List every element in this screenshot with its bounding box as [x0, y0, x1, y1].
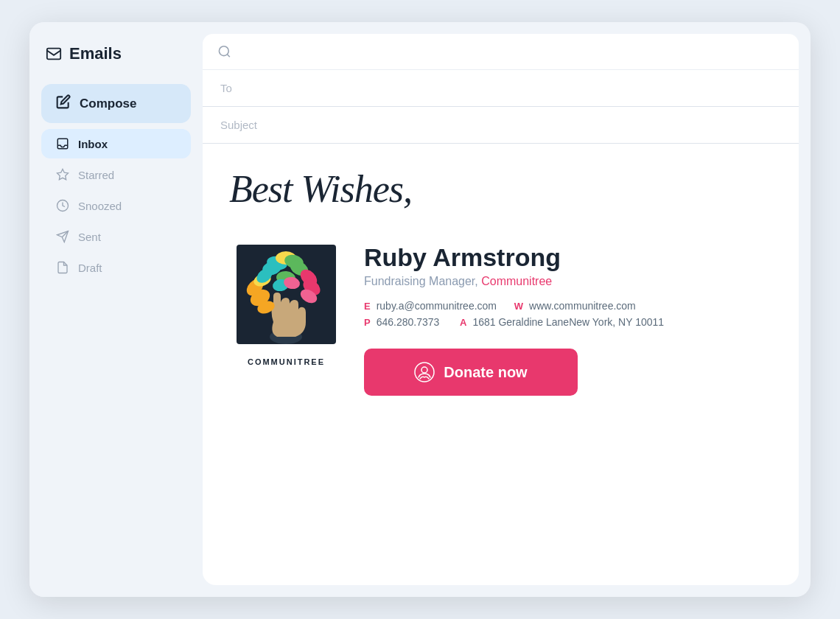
- sig-email-row: E ruby.a@communitree.com W www.communitr…: [364, 300, 664, 312]
- svg-marker-2: [57, 169, 69, 180]
- to-field-row: [203, 70, 799, 107]
- app-title: Emails: [69, 44, 122, 63]
- tree-svg: [229, 237, 343, 352]
- sidebar-item-sent[interactable]: Sent: [41, 222, 191, 251]
- donate-label: Donate now: [444, 364, 527, 381]
- send-icon: [56, 230, 69, 243]
- clock-icon: [56, 199, 69, 212]
- compose-label: Compose: [80, 97, 136, 111]
- email-label: E: [364, 301, 371, 312]
- inbox-label: Inbox: [78, 138, 108, 150]
- sig-brand: Communitree: [481, 275, 552, 287]
- greeting-text: Best Wishes,: [229, 167, 772, 211]
- sidebar-item-snoozed[interactable]: Snoozed: [41, 191, 191, 220]
- sig-email-value: ruby.a@communitree.com: [377, 300, 497, 312]
- sidebar-item-draft[interactable]: Draft: [41, 253, 191, 282]
- compose-button[interactable]: Compose: [41, 84, 191, 123]
- svg-point-27: [421, 367, 427, 373]
- svg-rect-0: [47, 49, 60, 60]
- svg-line-7: [227, 55, 229, 57]
- donate-button[interactable]: Donate now: [364, 349, 578, 396]
- svg-point-26: [415, 363, 434, 382]
- signature-info: Ruby Armstrong Fundraising Manager, Comm…: [364, 237, 664, 396]
- to-input[interactable]: [220, 82, 781, 94]
- search-bar: [203, 34, 799, 70]
- snoozed-label: Snoozed: [78, 200, 122, 212]
- pencil-icon: [56, 94, 71, 113]
- search-input[interactable]: [239, 46, 784, 58]
- sig-phone-value: 646.280.7373: [377, 316, 440, 328]
- donate-icon: [414, 362, 435, 382]
- main-content: Best Wishes,: [203, 22, 811, 597]
- draft-label: Draft: [78, 262, 102, 274]
- app-container: Emails Compose Inbox Starred: [29, 22, 811, 597]
- sig-name: Ruby Armstrong: [364, 243, 664, 272]
- sent-label: Sent: [78, 231, 101, 243]
- star-icon: [56, 168, 69, 181]
- logo-label: COMMUNITREE: [229, 357, 343, 366]
- sig-phone-row: P 646.280.7373 A 1681 Geraldine LaneNew …: [364, 316, 664, 328]
- address-label: A: [460, 317, 466, 328]
- subject-field-row: [203, 107, 799, 144]
- web-label: W: [514, 301, 523, 312]
- sidebar-item-inbox[interactable]: Inbox: [41, 129, 191, 158]
- svg-point-6: [219, 46, 228, 56]
- email-icon: [46, 46, 62, 62]
- phone-label: P: [364, 317, 371, 328]
- sig-title: Fundraising Manager, Communitree: [364, 275, 664, 288]
- company-logo: COMMUNITREE: [229, 237, 343, 366]
- inbox-icon: [56, 137, 69, 150]
- email-panel: Best Wishes,: [203, 70, 799, 585]
- sidebar-item-starred[interactable]: Starred: [41, 160, 191, 189]
- signature-block: COMMUNITREE Ruby Armstrong Fundraising M…: [229, 237, 772, 396]
- subject-input[interactable]: [220, 119, 781, 131]
- sig-web-value: www.communitree.com: [529, 300, 636, 312]
- sidebar-header: Emails: [41, 44, 191, 63]
- sidebar: Emails Compose Inbox Starred: [29, 22, 203, 597]
- search-icon: [217, 44, 231, 59]
- draft-icon: [56, 261, 69, 274]
- starred-label: Starred: [78, 169, 114, 181]
- sig-address-value: 1681 Geraldine LaneNew York, NY 10011: [472, 316, 664, 328]
- email-body: Best Wishes,: [203, 144, 799, 585]
- sig-title-text: Fundraising Manager,: [364, 275, 481, 287]
